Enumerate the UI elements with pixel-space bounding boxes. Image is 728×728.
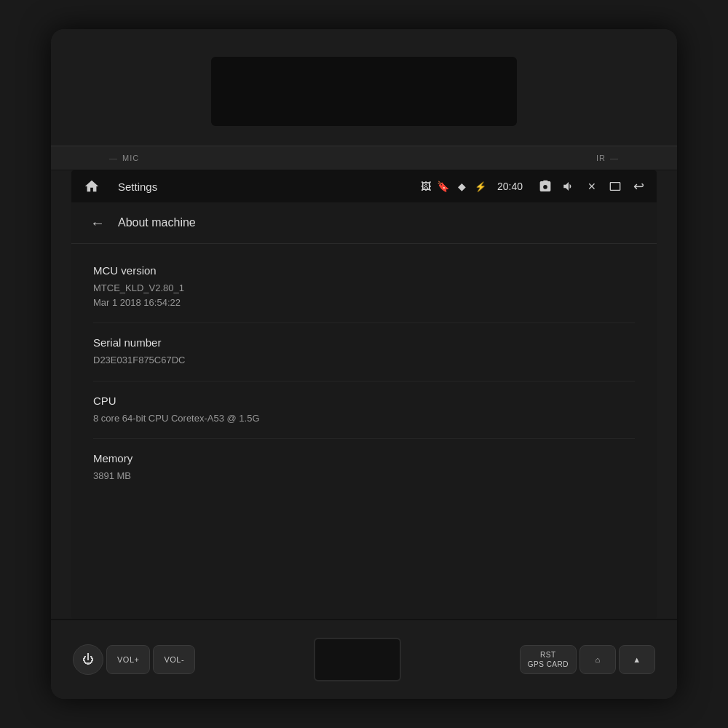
bottom-fascia: ⏻ VOL+ VOL- RST GPS CARD ⌂ ▲ (51, 619, 677, 699)
info-item-label: Memory (93, 452, 635, 464)
info-item-value: 8 core 64-bit CPU Coretex-A53 @ 1.5G (93, 411, 635, 426)
info-list: MCU versionMTCE_KLD_V2.80_1 Mar 1 2018 1… (71, 244, 657, 619)
back-arrow-icon: ← (90, 215, 105, 232)
status-bar: Settings 🖼 🔖 ◆ ⚡ 20:40 (71, 170, 657, 202)
settings-title: Settings (118, 181, 414, 193)
top-fascia (51, 29, 677, 146)
mic-label: MIC (109, 154, 139, 162)
info-item-label: MCU version (93, 264, 635, 277)
power-button[interactable]: ⏻ (73, 644, 103, 675)
info-item: Serial numberD23E031F875C67DC (93, 323, 635, 381)
vol-plus-button[interactable]: VOL+ (106, 645, 150, 674)
info-item-label: Serial number (93, 336, 635, 349)
camera-icon (538, 180, 553, 193)
window-ctrl-icon[interactable] (604, 175, 626, 197)
info-item-label: CPU (93, 395, 635, 407)
volume-ctrl-icon[interactable] (558, 175, 579, 197)
car-unit: MIC IR Settings 🖼 🔖 ◆ (51, 29, 677, 699)
rst-label: RST (540, 650, 556, 660)
eject-button[interactable]: ▲ (619, 645, 655, 674)
window-icon (609, 181, 622, 192)
left-button-group: ⏻ VOL+ VOL- (73, 644, 195, 675)
home-hw-button[interactable]: ⌂ (579, 645, 616, 674)
photo-icon: 🖼 (419, 181, 433, 192)
info-item-value: D23E031F875C67DC (93, 353, 635, 368)
home-icon (84, 178, 100, 194)
bluetooth-icon: ⚡ (472, 181, 488, 192)
mic-ir-bar: MIC IR (51, 146, 677, 170)
back-button[interactable]: ← (86, 211, 109, 234)
home-button[interactable] (79, 173, 105, 199)
info-item-value: 3891 MB (93, 469, 635, 483)
top-cutout (211, 57, 517, 126)
info-item: CPU8 core 64-bit CPU Coretex-A53 @ 1.5G (93, 381, 635, 440)
close-ctrl-icon[interactable]: ✕ (581, 175, 603, 197)
clock: 20:40 (493, 181, 527, 192)
right-button-group: RST GPS CARD ⌂ ▲ (520, 645, 655, 674)
info-item-value: MTCE_KLD_V2.80_1 Mar 1 2018 16:54:22 (93, 281, 635, 309)
back-ctrl-icon[interactable]: ↩ (628, 175, 649, 197)
gps-card-label: GPS CARD (528, 660, 569, 669)
page-title: About machine (118, 216, 196, 229)
screen-container: Settings 🖼 🔖 ◆ ⚡ 20:40 (51, 170, 677, 619)
status-icons: 🖼 🔖 (419, 181, 451, 192)
info-item: Memory3891 MB (93, 439, 635, 496)
info-item: MCU versionMTCE_KLD_V2.80_1 Mar 1 2018 1… (93, 251, 635, 323)
vol-minus-button[interactable]: VOL- (153, 645, 195, 674)
nav-bar: ← About machine (71, 202, 657, 244)
rst-gps-button[interactable]: RST GPS CARD (520, 645, 577, 674)
ir-label: IR (596, 154, 619, 162)
content-area: ← About machine MCU versionMTCE_KLD_V2.8… (71, 202, 657, 619)
volume-icon (561, 180, 576, 193)
svg-rect-0 (610, 183, 620, 191)
bookmark-icon: 🔖 (435, 181, 451, 192)
location-icon: ◆ (456, 181, 468, 192)
control-icons: ✕ ↩ (534, 175, 649, 197)
screen: Settings 🖼 🔖 ◆ ⚡ 20:40 (71, 170, 657, 619)
camera-ctrl-icon[interactable] (534, 175, 556, 197)
center-slot (314, 638, 401, 681)
